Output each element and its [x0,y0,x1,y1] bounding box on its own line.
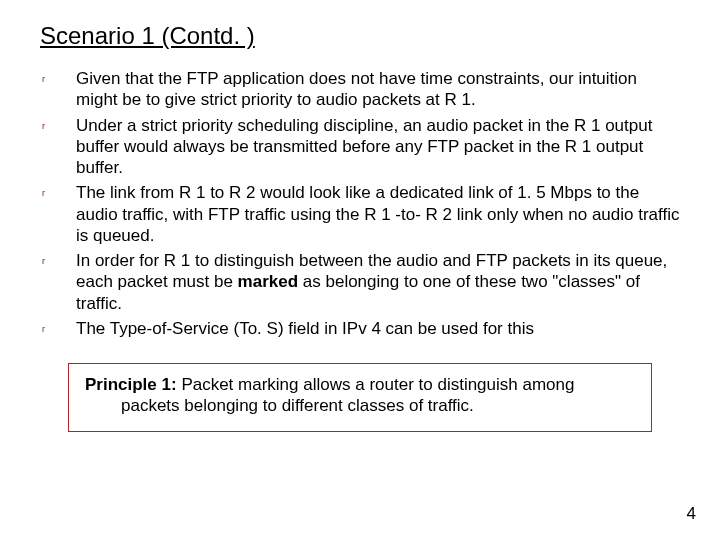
list-item: r Given that the FTP application does no… [40,68,680,111]
bullet-icon: r [40,115,76,132]
list-item: r The Type-of-Service (To. S) field in I… [40,318,680,339]
principle-text: Principle 1: Packet marking allows a rou… [85,374,635,417]
principle-label: Principle 1: [85,375,181,394]
page-number: 4 [687,504,696,524]
bullet-text: In order for R 1 to distinguish between … [76,250,680,314]
bullet-text: Given that the FTP application does not … [76,68,680,111]
bullet-icon: r [40,250,76,267]
bullet-icon: r [40,318,76,335]
bullet-text: Under a strict priority scheduling disci… [76,115,680,179]
principle-box: Principle 1: Packet marking allows a rou… [68,363,652,432]
slide-container: Scenario 1 (Contd. ) r Given that the FT… [0,0,720,432]
list-item: r In order for R 1 to distinguish betwee… [40,250,680,314]
bullet-text: The link from R 1 to R 2 would look like… [76,182,680,246]
slide-title: Scenario 1 (Contd. ) [40,22,680,50]
principle-body: Packet marking allows a router to distin… [121,375,574,415]
list-item: r The link from R 1 to R 2 would look li… [40,182,680,246]
bullet-text: The Type-of-Service (To. S) field in IPv… [76,318,680,339]
bullet-icon: r [40,182,76,199]
bullet-icon: r [40,68,76,85]
bullet-list: r Given that the FTP application does no… [40,68,680,339]
list-item: r Under a strict priority scheduling dis… [40,115,680,179]
